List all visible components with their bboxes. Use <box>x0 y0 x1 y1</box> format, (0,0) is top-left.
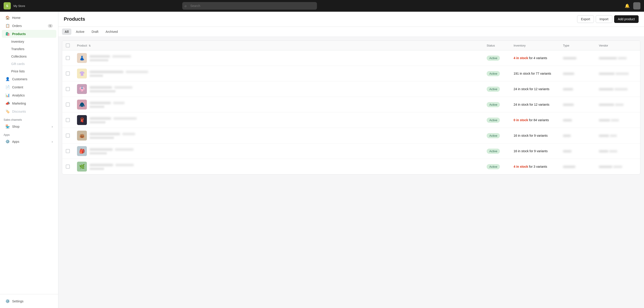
status-badge: Active <box>487 164 500 169</box>
product-meta-blur <box>90 121 106 123</box>
product-meta <box>90 167 134 170</box>
notification-icon[interactable]: 🔔 <box>625 3 630 8</box>
vendor-blur <box>599 119 610 121</box>
product-cell: 👜 <box>77 131 480 140</box>
sidebar-item-settings[interactable]: ⚙️ Settings <box>2 297 56 305</box>
inventory-cell: 16 in stock for 9 variants <box>510 143 560 159</box>
vendor-blur2 <box>609 150 617 152</box>
product-cell: 👘 <box>77 84 480 94</box>
add-product-button[interactable]: Add product <box>614 15 639 23</box>
sidebar-item-gift-cards[interactable]: Gift cards <box>2 60 56 67</box>
sidebar-item-shop[interactable]: 🏪 Shop › <box>2 122 56 130</box>
product-name-blur2 <box>114 86 132 89</box>
apps-section-label: Apps <box>0 131 58 137</box>
sidebar-item-products[interactable]: 🛍️ Products <box>2 30 56 38</box>
status-badge: Active <box>487 102 500 107</box>
sidebar-gift-cards-label: Gift cards <box>11 62 25 66</box>
sidebar-item-price-lists[interactable]: Price lists <box>2 68 56 75</box>
product-thumbnail: 🌿 <box>77 162 87 172</box>
table-row[interactable]: 👚 Active191 in stock for 77 variants <box>62 66 640 81</box>
product-meta-blur <box>90 59 108 61</box>
row-checkbox[interactable] <box>66 133 70 137</box>
sidebar-item-content[interactable]: 📄 Content <box>2 83 56 91</box>
marketing-icon: 📣 <box>6 101 10 105</box>
sidebar-item-analytics[interactable]: 📊 Analytics <box>2 91 56 99</box>
col-vendor: Vendor <box>595 41 640 50</box>
inventory-cell: 24 in stock for 12 variants <box>510 81 560 97</box>
filter-tab-archived[interactable]: Archived <box>103 29 120 35</box>
search-bar <box>182 2 317 10</box>
vendor-blur <box>599 88 614 90</box>
product-meta-blur <box>90 90 116 92</box>
status-badge: Active <box>487 118 500 123</box>
vendor-blur2 <box>615 104 624 106</box>
sidebar-shop-label: Shop <box>12 125 20 128</box>
table-row[interactable]: 🧥 Active24 in stock for 12 variants <box>62 97 640 112</box>
col-inventory: Inventory <box>510 41 560 50</box>
sidebar-item-customers[interactable]: 👤 Customers <box>2 75 56 83</box>
export-button[interactable]: Export <box>577 15 594 23</box>
col-product[interactable]: Product ⇅ <box>74 41 483 50</box>
settings-icon: ⚙️ <box>6 299 10 303</box>
product-name-blur <box>90 148 113 151</box>
sidebar-item-home[interactable]: 🏠 Home <box>2 14 56 22</box>
table-row[interactable]: 🎒 Active16 in stock for 9 variants <box>62 143 640 159</box>
sidebar-bottom: ⚙️ Settings <box>0 294 58 308</box>
filter-tab-active[interactable]: Active <box>73 29 87 35</box>
filter-bar: All Active Draft Archived <box>58 27 644 37</box>
sidebar-item-transfers[interactable]: Transfers <box>2 45 56 53</box>
inventory-count-red: 4 in stock <box>514 165 528 168</box>
select-all-header <box>62 41 74 50</box>
sidebar-item-apps[interactable]: ⚙️ Apps › <box>2 137 56 145</box>
product-name-blur <box>90 133 120 135</box>
inventory-cell: 16 in stock for 9 variants <box>510 128 560 143</box>
discounts-icon: 🏷️ <box>6 109 10 113</box>
product-name-blur2 <box>112 55 131 58</box>
product-thumbnail: 🎒 <box>77 146 87 156</box>
vendor-blur2 <box>614 88 628 90</box>
sidebar-item-collections[interactable]: Collections <box>2 53 56 60</box>
analytics-icon: 📊 <box>6 93 10 97</box>
product-meta <box>90 58 131 62</box>
row-checkbox[interactable] <box>66 56 70 60</box>
sidebar-item-home-label: Home <box>12 16 20 20</box>
row-checkbox[interactable] <box>66 165 70 169</box>
product-name-blur2 <box>113 117 137 120</box>
inventory-count-red: 4 in stock <box>514 56 528 60</box>
product-name-blur <box>90 71 124 73</box>
product-meta <box>90 105 124 108</box>
row-checkbox[interactable] <box>66 149 70 153</box>
sidebar-item-inventory[interactable]: Inventory <box>2 38 56 45</box>
avatar[interactable] <box>633 2 640 10</box>
search-input[interactable] <box>182 2 317 10</box>
col-status: Status <box>483 41 510 50</box>
row-checkbox[interactable] <box>66 87 70 91</box>
row-checkbox[interactable] <box>66 72 70 76</box>
inventory-text: 24 in stock for 12 variants <box>514 103 550 106</box>
sidebar-item-orders[interactable]: 📋 Orders 5 <box>2 22 56 30</box>
inventory-text: 24 in stock for 12 variants <box>514 87 550 91</box>
table-row[interactable]: 🌿 Active4 in stock for 3 variants <box>62 159 640 175</box>
product-meta-blur <box>90 106 104 108</box>
table-row[interactable]: 👘 Active24 in stock for 12 variants <box>62 81 640 97</box>
chevron-right-icon: › <box>52 125 53 128</box>
apps-icon: ⚙️ <box>6 139 10 144</box>
table-row[interactable]: 👗 Active4 in stock for 4 variants <box>62 50 640 66</box>
import-button[interactable]: Import <box>596 15 612 23</box>
product-name <box>90 54 131 58</box>
sidebar-item-discounts[interactable]: 🏷️ Discounts <box>2 107 56 115</box>
select-all-checkbox[interactable] <box>66 43 70 47</box>
filter-tab-all[interactable]: All <box>62 29 72 35</box>
main-layout: 🏠 Home 📋 Orders 5 🛍️ Products Inventory … <box>0 12 644 308</box>
table-row[interactable]: 🧣 Active0 in stock for 84 variants <box>62 112 640 128</box>
filter-tab-draft[interactable]: Draft <box>89 29 101 35</box>
product-name-blur <box>90 86 112 89</box>
product-meta <box>90 120 137 124</box>
orders-badge: 5 <box>48 24 53 28</box>
sidebar-item-marketing[interactable]: 📣 Marketing <box>2 99 56 107</box>
vendor-blur2 <box>616 73 629 75</box>
sidebar-inventory-label: Inventory <box>11 40 24 43</box>
table-row[interactable]: 👜 Active16 in stock for 9 variants <box>62 128 640 143</box>
row-checkbox[interactable] <box>66 118 70 122</box>
row-checkbox[interactable] <box>66 102 70 107</box>
